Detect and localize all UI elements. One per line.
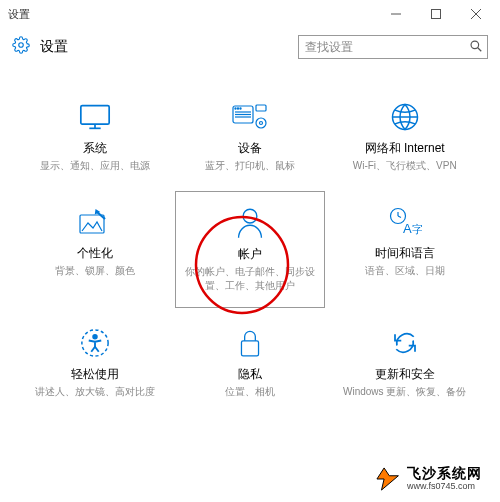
close-button[interactable]	[456, 0, 496, 28]
svg-point-12	[237, 108, 238, 109]
svg-text:字: 字	[412, 223, 422, 235]
minimize-icon	[391, 9, 401, 19]
search-wrap	[298, 35, 488, 59]
header: 设置	[0, 28, 500, 66]
tile-desc: 显示、通知、应用、电源	[38, 159, 152, 173]
time-language-icon: A字	[388, 205, 422, 239]
svg-rect-31	[241, 341, 258, 356]
svg-point-19	[259, 122, 262, 125]
tile-title: 时间和语言	[375, 245, 435, 262]
globe-icon	[390, 100, 420, 134]
tile-update-security[interactable]: 更新和安全 Windows 更新、恢复、备份	[329, 312, 480, 413]
tile-desc: 讲述人、放大镜、高对比度	[33, 385, 157, 399]
update-icon	[390, 326, 420, 360]
search-icon	[469, 39, 483, 57]
tile-desc: 语音、区域、日期	[363, 264, 447, 278]
tile-title: 设备	[238, 140, 262, 157]
lock-icon	[237, 326, 263, 360]
tile-personalization[interactable]: 个性化 背景、锁屏、颜色	[20, 191, 171, 308]
svg-point-11	[235, 108, 236, 109]
monitor-icon	[78, 100, 112, 134]
tile-title: 帐户	[238, 246, 262, 263]
tile-desc: 你的帐户、电子邮件、同步设置、工作、其他用户	[182, 265, 319, 293]
watermark-url: www.fs0745.com	[407, 482, 482, 492]
user-icon	[236, 206, 264, 240]
search-input[interactable]	[298, 35, 488, 59]
watermark-logo-icon	[375, 466, 401, 492]
svg-line-6	[478, 48, 482, 52]
tile-time-language[interactable]: A字 时间和语言 语音、区域、日期	[329, 191, 480, 308]
personalization-icon	[79, 205, 111, 239]
svg-rect-17	[256, 105, 266, 111]
tile-desc: 位置、相机	[223, 385, 277, 399]
titlebar: 设置	[0, 0, 500, 28]
svg-rect-22	[80, 215, 104, 233]
tile-title: 隐私	[238, 366, 262, 383]
svg-rect-1	[432, 10, 441, 19]
tile-title: 系统	[83, 140, 107, 157]
tile-desc: Windows 更新、恢复、备份	[341, 385, 468, 399]
maximize-icon	[431, 9, 441, 19]
svg-point-23	[243, 209, 257, 223]
svg-point-4	[19, 43, 24, 48]
tile-network[interactable]: 网络和 Internet Wi-Fi、飞行模式、VPN	[329, 86, 480, 187]
svg-line-26	[398, 216, 401, 218]
watermark-title: 飞沙系统网	[407, 466, 482, 481]
window-title: 设置	[8, 7, 30, 22]
ease-of-access-icon	[80, 326, 110, 360]
svg-point-18	[256, 118, 266, 128]
maximize-button[interactable]	[416, 0, 456, 28]
tile-title: 轻松使用	[71, 366, 119, 383]
svg-text:A: A	[403, 221, 412, 236]
devices-icon	[232, 100, 268, 134]
svg-point-13	[240, 108, 241, 109]
tile-title: 个性化	[77, 245, 113, 262]
watermark-text: 飞沙系统网 www.fs0745.com	[407, 466, 482, 491]
tile-desc: 背景、锁屏、颜色	[53, 264, 137, 278]
tile-desc: 蓝牙、打印机、鼠标	[203, 159, 297, 173]
close-icon	[471, 9, 481, 19]
svg-rect-7	[81, 106, 109, 124]
tile-title: 更新和安全	[375, 366, 435, 383]
tile-title: 网络和 Internet	[365, 140, 445, 157]
page-title: 设置	[40, 38, 68, 56]
watermark: 飞沙系统网 www.fs0745.com	[367, 462, 490, 496]
tile-ease-of-access[interactable]: 轻松使用 讲述人、放大镜、高对比度	[20, 312, 171, 413]
svg-point-5	[471, 41, 479, 49]
minimize-button[interactable]	[376, 0, 416, 28]
tile-desc: Wi-Fi、飞行模式、VPN	[351, 159, 459, 173]
svg-point-30	[93, 335, 97, 339]
tile-devices[interactable]: 设备 蓝牙、打印机、鼠标	[175, 86, 326, 187]
gear-icon	[12, 36, 30, 58]
tile-privacy[interactable]: 隐私 位置、相机	[175, 312, 326, 413]
tile-accounts[interactable]: 帐户 你的帐户、电子邮件、同步设置、工作、其他用户	[175, 191, 326, 308]
tiles-grid: 系统 显示、通知、应用、电源 设备 蓝牙、打印机、鼠标 网络和 Internet…	[0, 66, 500, 413]
tile-system[interactable]: 系统 显示、通知、应用、电源	[20, 86, 171, 187]
